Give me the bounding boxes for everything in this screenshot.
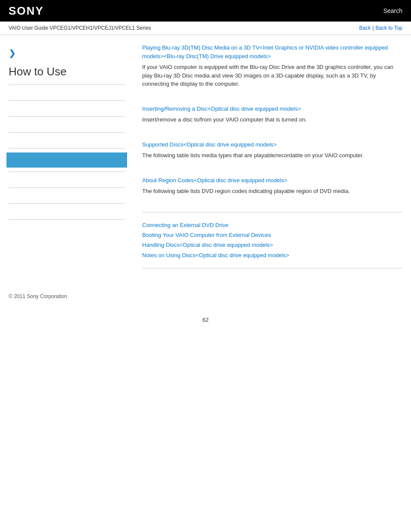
sidebar-item-9[interactable] bbox=[9, 224, 125, 231]
sidebar-divider-8 bbox=[9, 203, 125, 204]
sidebar-item-6[interactable] bbox=[9, 176, 125, 184]
extra-links-section: Connecting an External DVD Drive Booting… bbox=[142, 220, 402, 261]
sidebar-item-3[interactable] bbox=[9, 121, 125, 128]
sidebar-divider-3 bbox=[9, 116, 125, 117]
sidebar-item-1[interactable] bbox=[9, 89, 125, 96]
sidebar-item-2[interactable] bbox=[9, 105, 125, 112]
footer: © 2011 Sony Corporation bbox=[0, 285, 411, 308]
back-to-top-link[interactable]: Back to Top bbox=[376, 25, 402, 31]
section-link-supported-discs[interactable]: Supported Discs<Optical disc drive equip… bbox=[142, 140, 402, 149]
section-link-inserting-disc[interactable]: Inserting/Removing a Disc<Optical disc d… bbox=[142, 105, 402, 113]
sidebar-divider-1 bbox=[9, 84, 125, 85]
section-desc-supported-discs: The following table lists media types th… bbox=[142, 151, 402, 160]
sidebar-item-active[interactable] bbox=[6, 152, 127, 168]
back-link[interactable]: Back bbox=[359, 25, 371, 31]
content-area: Playing Blu-ray 3D(TM) Disc Media on a 3… bbox=[134, 44, 402, 276]
copyright-text: © 2011 Sony Corporation bbox=[9, 293, 67, 299]
section-link-region-codes[interactable]: About Region Codes<Optical disc drive eq… bbox=[142, 176, 402, 185]
sidebar-item-8[interactable] bbox=[9, 208, 125, 215]
sidebar-divider-4 bbox=[9, 132, 125, 133]
sidebar-divider-2 bbox=[9, 100, 125, 101]
sidebar-item-7[interactable] bbox=[9, 192, 125, 199]
main-container: ❯ How to Use Playing Blu-ray 3D(TM) Disc… bbox=[0, 35, 411, 285]
sidebar-item-4[interactable] bbox=[9, 137, 125, 144]
extra-link-external-dvd[interactable]: Connecting an External DVD Drive bbox=[142, 220, 402, 230]
search-button[interactable]: Search bbox=[383, 7, 402, 14]
section-bluray-3d: Playing Blu-ray 3D(TM) Disc Media on a 3… bbox=[142, 44, 402, 94]
page-number: 62 bbox=[0, 308, 411, 332]
nav-links: Back | Back to Top bbox=[359, 25, 402, 31]
header: SONY Search bbox=[0, 0, 411, 22]
sidebar-divider-7 bbox=[9, 187, 125, 188]
sidebar-divider-9 bbox=[9, 219, 125, 220]
extra-link-notes-discs[interactable]: Notes on Using Discs<Optical disc drive … bbox=[142, 250, 402, 260]
extra-link-booting[interactable]: Booting Your VAIO Computer from External… bbox=[142, 230, 402, 240]
sidebar-arrow-icon: ❯ bbox=[9, 48, 125, 58]
section-region-codes: About Region Codes<Optical disc drive eq… bbox=[142, 176, 402, 202]
section-link-bluray-3d[interactable]: Playing Blu-ray 3D(TM) Disc Media on a 3… bbox=[142, 44, 402, 60]
sony-logo: SONY bbox=[9, 4, 44, 18]
guide-title: VAIO User Guide VPCEG1/VPCEH1/VPCEJ1/VPC… bbox=[9, 25, 151, 31]
content-divider-bottom bbox=[142, 268, 402, 268]
extra-link-handling-discs[interactable]: Handling Discs<Optical disc drive equipp… bbox=[142, 240, 402, 250]
content-divider bbox=[142, 212, 402, 212]
section-supported-discs: Supported Discs<Optical disc drive equip… bbox=[142, 140, 402, 166]
sidebar-title: How to Use bbox=[9, 65, 125, 78]
section-inserting-disc: Inserting/Removing a Disc<Optical disc d… bbox=[142, 105, 402, 130]
section-desc-bluray-3d: If your VAIO computer is equipped with t… bbox=[142, 63, 402, 88]
section-desc-region-codes: The following table lists DVD region cod… bbox=[142, 187, 402, 196]
sidebar: ❯ How to Use bbox=[9, 44, 134, 276]
nav-separator: | bbox=[372, 25, 374, 31]
section-desc-inserting-disc: Insert/remove a disc to/from your VAIO c… bbox=[142, 115, 402, 124]
sidebar-divider-6 bbox=[9, 171, 125, 172]
breadcrumb-bar: VAIO User Guide VPCEG1/VPCEH1/VPCEJ1/VPC… bbox=[0, 22, 411, 35]
sidebar-divider-5 bbox=[9, 148, 125, 149]
